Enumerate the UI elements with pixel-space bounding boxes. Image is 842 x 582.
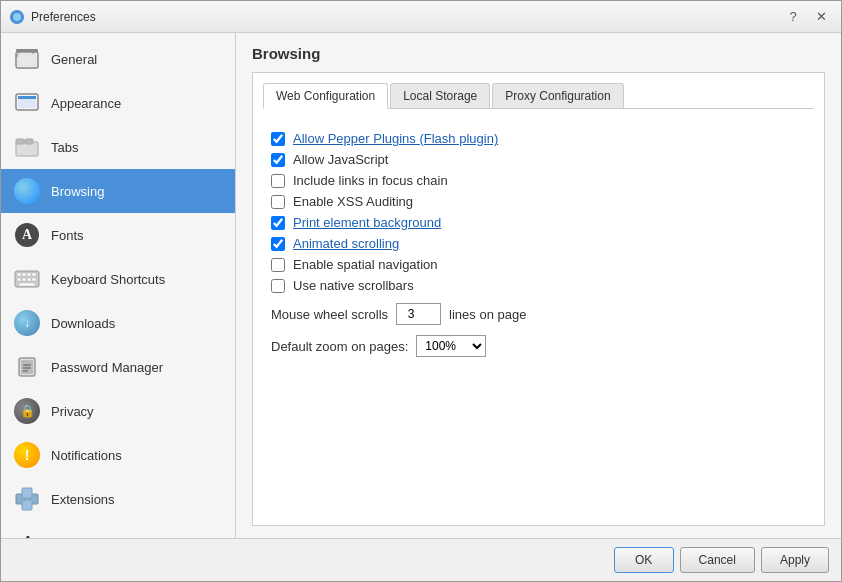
label-links-focus[interactable]: Include links in focus chain [293,173,448,188]
privacy-icon: 🔒 [13,397,41,425]
app-icon [9,9,25,25]
sidebar-item-general[interactable]: General [1,37,235,81]
panel-title: Browsing [252,45,825,62]
default-zoom-label: Default zoom on pages: [271,339,408,354]
close-button[interactable]: ✕ [809,5,833,29]
svg-rect-15 [22,273,26,276]
apply-button[interactable]: Apply [761,547,829,573]
svg-rect-22 [19,283,35,286]
sidebar-item-fonts[interactable]: A Fonts [1,213,235,257]
sidebar-item-browsing[interactable]: Browsing [1,169,235,213]
default-zoom-row: Default zoom on pages: 75% 90% 100% 110%… [271,335,806,357]
password-icon [13,353,41,381]
sidebar-label-notifications: Notifications [51,448,122,463]
main-panel: Browsing Web Configuration Local Storage… [236,33,841,538]
label-animated-scrolling[interactable]: Animated scrolling [293,236,399,251]
checkbox-animated-scrolling[interactable] [271,237,285,251]
cancel-button[interactable]: Cancel [680,547,755,573]
checkbox-spatial-nav[interactable] [271,258,285,272]
sidebar-item-tabs[interactable]: Tabs [1,125,235,169]
panel-body: Web Configuration Local Storage Proxy Co… [252,72,825,526]
svg-rect-11 [16,139,24,144]
ok-button[interactable]: OK [614,547,674,573]
checkbox-pepper-plugins[interactable] [271,132,285,146]
bottom-bar: OK Cancel Apply [1,538,841,581]
sidebar-item-password-manager[interactable]: Password Manager [1,345,235,389]
checkbox-links-focus[interactable] [271,174,285,188]
help-button[interactable]: ? [781,5,805,29]
checkbox-row-pepper-plugins: Allow Pepper Plugins (Flash plugin) [271,131,806,146]
svg-rect-25 [23,364,31,366]
tab-bar: Web Configuration Local Storage Proxy Co… [263,83,814,109]
svg-rect-19 [22,278,26,281]
svg-rect-27 [23,370,28,372]
label-pepper-plugins[interactable]: Allow Pepper Plugins (Flash plugin) [293,131,498,146]
sidebar-item-downloads[interactable]: ↓ Downloads [1,301,235,345]
svg-rect-31 [22,500,32,510]
settings-content: Allow Pepper Plugins (Flash plugin) Allo… [263,121,814,515]
svg-rect-9 [18,96,36,99]
checkbox-native-scrollbars[interactable] [271,279,285,293]
general-icon [13,45,41,73]
checkbox-xss[interactable] [271,195,285,209]
checkbox-row-print-bg: Print element background [271,215,806,230]
checkbox-row-links-focus: Include links in focus chain [271,173,806,188]
sidebar-item-extensions[interactable]: Extensions [1,477,235,521]
default-zoom-select[interactable]: 75% 90% 100% 110% 125% 150% 175% 200% [416,335,486,357]
sidebar-label-keyboard-shortcuts: Keyboard Shortcuts [51,272,165,287]
sidebar-label-extensions: Extensions [51,492,115,507]
content-area: General Appearance [1,33,841,538]
preferences-window: Preferences ? ✕ General [0,0,842,582]
svg-rect-20 [27,278,31,281]
window-title: Preferences [31,10,96,24]
svg-point-1 [13,13,21,21]
notifications-icon: ! [13,441,41,469]
extensions-icon [13,485,41,513]
mouse-wheel-suffix: lines on page [449,307,526,322]
checkbox-row-xss: Enable XSS Auditing [271,194,806,209]
sidebar-label-general: General [51,52,97,67]
tab-proxy-configuration[interactable]: Proxy Configuration [492,83,623,108]
label-native-scrollbars[interactable]: Use native scrollbars [293,278,414,293]
checkbox-row-spatial-nav: Enable spatial navigation [271,257,806,272]
checkbox-row-javascript: Allow JavaScript [271,152,806,167]
checkbox-row-native-scrollbars: Use native scrollbars [271,278,806,293]
checkbox-javascript[interactable] [271,153,285,167]
label-javascript[interactable]: Allow JavaScript [293,152,388,167]
label-spatial-nav[interactable]: Enable spatial navigation [293,257,438,272]
keyboard-icon [13,265,41,293]
sidebar-item-spell-check[interactable]: A Spell Check [1,521,235,538]
svg-rect-18 [17,278,21,281]
fonts-icon: A [13,221,41,249]
svg-rect-26 [23,367,31,369]
sidebar-label-privacy: Privacy [51,404,94,419]
svg-rect-30 [22,488,32,498]
browsing-icon [13,177,41,205]
sidebar-item-notifications[interactable]: ! Notifications [1,433,235,477]
mouse-wheel-spinbox[interactable] [396,303,441,325]
sidebar-label-downloads: Downloads [51,316,115,331]
svg-rect-12 [25,139,33,144]
svg-rect-17 [32,273,36,276]
checkbox-row-animated-scrolling: Animated scrolling [271,236,806,251]
sidebar-label-tabs: Tabs [51,140,78,155]
sidebar: General Appearance [1,33,236,538]
svg-rect-14 [17,273,21,276]
spellcheck-icon: A [13,529,41,538]
tab-web-configuration[interactable]: Web Configuration [263,83,388,109]
svg-rect-21 [32,278,36,281]
sidebar-item-appearance[interactable]: Appearance [1,81,235,125]
title-bar-left: Preferences [9,9,96,25]
sidebar-item-keyboard-shortcuts[interactable]: Keyboard Shortcuts [1,257,235,301]
svg-rect-16 [27,273,31,276]
title-bar-controls: ? ✕ [781,5,833,29]
mouse-wheel-row: Mouse wheel scrolls lines on page [271,303,806,325]
tab-local-storage[interactable]: Local Storage [390,83,490,108]
checkbox-print-bg[interactable] [271,216,285,230]
appearance-icon [13,89,41,117]
mouse-wheel-label: Mouse wheel scrolls [271,307,388,322]
label-print-bg[interactable]: Print element background [293,215,441,230]
sidebar-item-privacy[interactable]: 🔒 Privacy [1,389,235,433]
label-xss[interactable]: Enable XSS Auditing [293,194,413,209]
sidebar-label-appearance: Appearance [51,96,121,111]
